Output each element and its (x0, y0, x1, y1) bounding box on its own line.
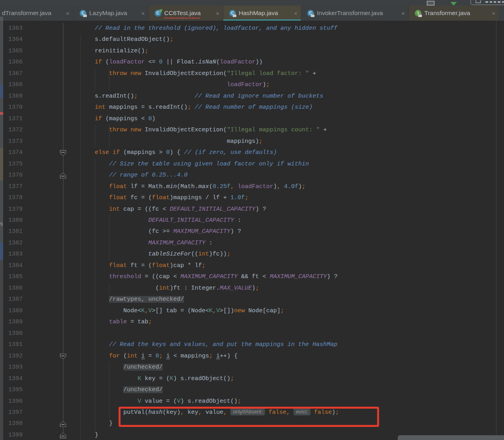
code-token: s.defaultReadObject() (66, 36, 170, 43)
code-token: loadFactor (220, 59, 255, 65)
fold-end-marker[interactable] (60, 173, 66, 179)
code-token: + (320, 127, 327, 133)
code-token: 0 (148, 115, 152, 122)
tab-close-icon[interactable]: × (213, 10, 219, 17)
code-text: reinitialize(); (66, 46, 148, 57)
code-token: // Size the table using given load facto… (109, 161, 309, 167)
folded-region[interactable]: /unchecked/ (123, 386, 163, 393)
code-token: new (130, 127, 141, 133)
line-number: 1392 (0, 351, 23, 362)
code-token: , (277, 183, 280, 190)
tab-lazymap-java[interactable]: CLazyMap.java× (73, 6, 148, 21)
code-token (66, 273, 109, 280)
code-text: throw new InvalidObjectException("Illega… (66, 68, 316, 79)
line-number: 1380 (0, 215, 23, 226)
fold-start-marker[interactable] (60, 354, 66, 359)
tab-close-icon[interactable]: × (398, 10, 405, 17)
code-text: for (int i = 0; i < mappings; i++) { (66, 351, 238, 362)
code-token (66, 398, 138, 405)
code-token: >[]) (220, 307, 234, 314)
code-token: DEFAULT_INITIAL_CAPACITY (170, 206, 255, 213)
code-token: if (95, 115, 102, 122)
tab-hashmap-java[interactable]: CHashMap.java× (223, 6, 301, 21)
code-token: float (152, 194, 170, 201)
code-token: ) { (170, 149, 184, 156)
code-token (66, 59, 95, 65)
tab-close-icon[interactable]: × (291, 10, 297, 17)
line-number: 1391 (0, 339, 23, 350)
code-token: new (234, 307, 245, 314)
tab-cc6test-java[interactable]: CCC6Test.java× (148, 6, 223, 21)
clipped-text-fragment (490, 1, 492, 3)
fold-end-marker[interactable] (60, 432, 66, 438)
code-token: InvalidObjectException( (141, 70, 227, 77)
code-line-1387: 1387 /rawtypes, unchecked/ (0, 294, 504, 305)
line-number: 1399 (0, 430, 23, 440)
code-text: table = tab; (66, 317, 152, 328)
code-text: } (66, 418, 113, 429)
code-token: K (141, 307, 145, 314)
horizontal-scrollbar[interactable] (398, 435, 504, 440)
folded-region[interactable]: /rawtypes, unchecked/ (109, 296, 184, 303)
code-token: V (148, 307, 152, 314)
code-token: // Read and ignore number of buckets (195, 93, 323, 100)
line-number: 1375 (0, 159, 23, 170)
code-line-1388: 1388 Node<K,V>[] tab = (Node<K,V>[])new … (0, 306, 504, 317)
code-line-1385: 1385 threshold = ((cap < MAXIMUM_CAPACIT… (0, 271, 504, 282)
code-token: float (109, 194, 127, 201)
code-line-1367: 1367 throw new InvalidObjectException("I… (0, 68, 504, 79)
code-token: ) ? (230, 228, 241, 235)
code-token: lf = Math. (127, 183, 166, 190)
tab-label: dTransformer.java (2, 10, 51, 17)
code-token: ) (273, 183, 277, 190)
code-token (66, 364, 123, 371)
clipped-text-fragment (498, 1, 500, 3)
code-token: // (if zero, use defaults) (184, 149, 277, 156)
code-token: if (113, 149, 120, 156)
code-token (66, 296, 109, 303)
code-line-1390: 1390 (0, 328, 504, 339)
fold-start-marker[interactable] (60, 150, 66, 156)
code-token: )) (255, 59, 263, 65)
code-token: // Read the keys and values, and put the… (109, 341, 337, 348)
tab-label: LazyMap.java (89, 10, 127, 17)
toolbar-dropdown-arrow-icon[interactable] (450, 2, 457, 6)
clipped-text-fragment (485, 1, 488, 3)
code-token (66, 386, 123, 393)
code-token: ; (238, 398, 241, 405)
code-token: ( (120, 353, 127, 359)
tab-invokertransformer-java[interactable]: CInvokerTransformer.java× (301, 6, 408, 21)
code-token: MAXIMUM_CAPACITY (173, 228, 230, 235)
code-token: ( (209, 183, 213, 190)
tab-close-icon[interactable]: × (138, 10, 145, 17)
code-token: // range of 0.25...4.0 (109, 172, 188, 179)
code-token (66, 161, 109, 167)
code-token: 4.0f (284, 183, 298, 190)
code-token: i (166, 353, 170, 359)
code-token (66, 25, 95, 32)
tab-close-icon[interactable]: × (63, 10, 69, 17)
code-token: fc = ( (127, 194, 152, 201)
line-number: 1363 (0, 23, 23, 34)
code-text: } (66, 430, 98, 440)
code-token: ; (209, 353, 213, 359)
folded-region[interactable]: /unchecked/ (123, 364, 163, 371)
code-text: /rawtypes, unchecked/ (66, 294, 184, 305)
code-token: ; (202, 262, 205, 269)
code-line-1371: 1371 if (mappings < 0) (0, 113, 504, 125)
tab-label: CC6Test.java (164, 10, 201, 17)
clipped-text-fragment (502, 1, 504, 3)
code-token: , (213, 307, 216, 314)
run-configuration-button[interactable] (470, 0, 504, 5)
code-token: // Read in the threshold (ignored), load… (95, 25, 337, 32)
code-token: DEFAULT_INITIAL_CAPACITY (148, 217, 234, 224)
code-token: threshold (109, 273, 141, 280)
line-number: 1396 (0, 396, 23, 407)
code-text: s.defaultReadObject(); (66, 34, 173, 45)
fold-end-marker[interactable] (60, 421, 66, 427)
toolbar-window-icon[interactable] (427, 1, 435, 6)
tab-dtransformer-java[interactable]: dTransformer.java× (0, 6, 73, 21)
tab-close-icon[interactable]: × (489, 10, 495, 17)
line-number: 1367 (0, 68, 23, 79)
tab-transformer-java[interactable]: ITransformer.java× (408, 6, 499, 21)
